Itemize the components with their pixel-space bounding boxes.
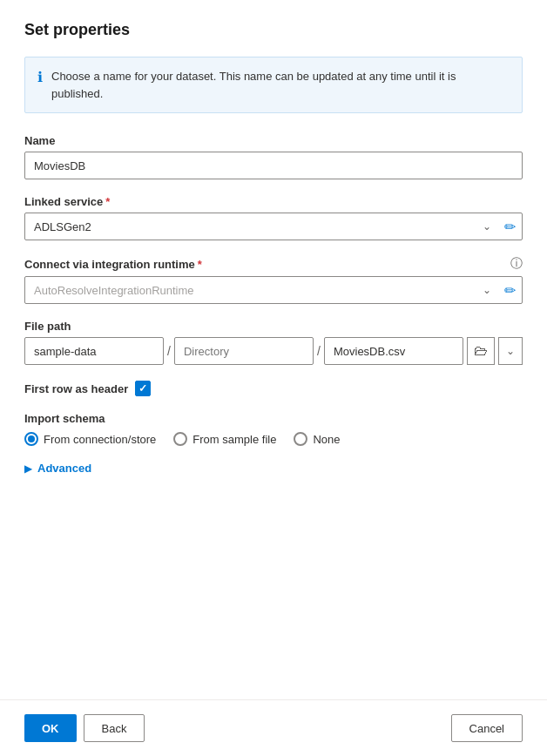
linked-service-select[interactable]: ADLSGen2	[24, 213, 523, 240]
linked-service-label: Linked service*	[24, 195, 523, 208]
info-box: ℹ Choose a name for your dataset. This n…	[24, 57, 523, 113]
folder-icon: 🗁	[474, 343, 488, 359]
file-path-row: / / 🗁 ⌄	[24, 337, 523, 365]
radio-from-sample-file-label: From sample file	[192, 433, 276, 446]
linked-service-group: Linked service* ADLSGen2 ⌄ ✏	[24, 195, 523, 240]
radio-from-sample-file-circle	[173, 432, 187, 446]
radio-from-sample-file[interactable]: From sample file	[173, 432, 276, 446]
file-path-group: File path / / 🗁 ⌄	[24, 320, 523, 365]
radio-none-label: None	[313, 433, 340, 446]
integration-runtime-input[interactable]	[24, 276, 523, 304]
file-path-dropdown-button[interactable]: ⌄	[498, 337, 523, 365]
name-group: Name	[24, 134, 523, 179]
radio-from-connection-circle	[24, 432, 38, 446]
radio-from-connection-label: From connection/store	[44, 433, 156, 446]
path-separator-1: /	[167, 344, 171, 358]
name-label: Name	[24, 134, 523, 147]
integration-runtime-wrapper: ⌄ ✏	[24, 276, 523, 304]
linked-service-wrapper: ADLSGen2 ⌄ ✏	[24, 213, 523, 240]
info-circle-icon: ⓘ	[510, 256, 523, 272]
linked-service-edit-button[interactable]: ✏	[497, 215, 523, 239]
file-chevron-icon: ⌄	[506, 345, 515, 357]
info-icon: ℹ	[37, 69, 43, 85]
ok-button[interactable]: OK	[24, 714, 77, 742]
panel-footer: OK Back Cancel	[0, 699, 547, 756]
integration-chevron-icon: ⌄	[483, 284, 491, 296]
advanced-label: Advanced	[37, 462, 91, 475]
integration-runtime-info-button[interactable]: ⓘ	[510, 256, 523, 272]
integration-label-row: Connect via integration runtime* ⓘ	[24, 256, 523, 272]
import-schema-options: From connection/store From sample file N…	[24, 432, 523, 446]
first-row-header-label: First row as header	[24, 382, 128, 395]
file-path-directory-input[interactable]	[174, 337, 314, 365]
first-row-header-group: First row as header ✓	[24, 381, 523, 396]
file-browse-button[interactable]: 🗁	[467, 337, 495, 365]
name-input[interactable]	[24, 152, 523, 179]
file-path-file-input[interactable]	[324, 337, 463, 365]
first-row-header-checkbox[interactable]: ✓	[135, 381, 151, 396]
info-text: Choose a name for your dataset. This nam…	[51, 68, 510, 102]
integration-pencil-icon: ✏	[504, 282, 516, 299]
pencil-icon: ✏	[504, 219, 516, 235]
advanced-arrow-icon: ▶	[24, 462, 32, 475]
file-path-label: File path	[24, 320, 523, 333]
set-properties-panel: Set properties ℹ Choose a name for your …	[0, 0, 547, 756]
path-separator-2: /	[317, 344, 321, 358]
cancel-button[interactable]: Cancel	[451, 714, 523, 742]
import-schema-group: Import schema From connection/store From…	[24, 412, 523, 446]
back-button[interactable]: Back	[84, 714, 145, 742]
panel-title: Set properties	[24, 21, 523, 39]
integration-runtime-edit-button[interactable]: ✏	[497, 279, 523, 302]
radio-from-connection[interactable]: From connection/store	[24, 432, 156, 446]
integration-runtime-group: Connect via integration runtime* ⓘ ⌄ ✏	[24, 256, 523, 304]
import-schema-label: Import schema	[24, 412, 523, 425]
checkmark-icon: ✓	[138, 382, 147, 395]
radio-none-circle	[294, 432, 307, 446]
footer-left-buttons: OK Back	[24, 714, 145, 742]
advanced-row[interactable]: ▶ Advanced	[24, 462, 523, 475]
file-path-container-input[interactable]	[24, 337, 164, 365]
radio-none[interactable]: None	[294, 432, 340, 446]
integration-runtime-label: Connect via integration runtime*	[24, 258, 202, 271]
